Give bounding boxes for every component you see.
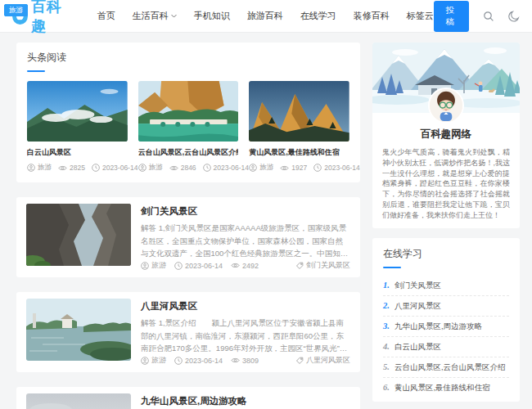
navbar-actions: 投 稿 xyxy=(434,1,520,32)
nav-item-travel[interactable]: 旅游百科 xyxy=(247,10,283,22)
card-image-huangshan xyxy=(249,81,349,142)
card-views: 1927 xyxy=(280,164,307,172)
card-tag-badge[interactable]: 旅游 xyxy=(4,4,28,16)
card-author[interactable]: 旅游 xyxy=(138,163,163,173)
article-meta: 旅游 2023-06-14 2492 剑门关风景区 xyxy=(141,260,350,271)
card-date: 2023-06-14 xyxy=(313,164,359,172)
eye-icon xyxy=(169,164,178,172)
nav-item-life[interactable]: 生活百科 xyxy=(133,10,177,22)
learning-list: 1. 剑门关风景区 2. 八里河风景区 3. 九华山风景区,周边游攻略 4. 白… xyxy=(383,276,509,398)
section-accent-bar xyxy=(27,70,45,72)
article-date: 2023-06-14 xyxy=(174,357,223,365)
user-icon xyxy=(141,262,149,270)
learning-item[interactable]: 6. 黄山风景区,最佳路线和住宿 xyxy=(383,378,509,398)
chevron-down-icon xyxy=(171,14,177,18)
headline-cards: 旅游 白云山风景区 旅游 2825 2023-06-1 xyxy=(27,81,349,173)
nav-item-decor[interactable]: 装修百科 xyxy=(354,10,390,22)
article-date: 2023-06-14 xyxy=(174,262,223,270)
clock-icon xyxy=(313,164,322,172)
user-icon xyxy=(141,357,149,365)
card-author[interactable]: 旅游 xyxy=(249,163,273,173)
dark-mode-moon-icon[interactable] xyxy=(508,11,520,22)
sidebar: 百科趣网络 鬼火少年气质高，骑着鬼火到处飘，精神小伙别太狂，低调炒作把名扬！,我… xyxy=(372,43,520,409)
clock-icon xyxy=(174,357,183,365)
article-views: 2492 xyxy=(231,262,259,270)
article-row-balihe[interactable]: 八里河风景区 解答 1,景区介绍 颍上八里河风景区位于安徽省颍上县南部的八里河镇… xyxy=(16,292,360,372)
learning-item[interactable]: 1. 剑门关风景区 xyxy=(383,276,509,296)
article-meta: 旅游 2023-06-14 3809 八里河风景区 xyxy=(141,355,350,366)
card-author[interactable]: 旅游 xyxy=(27,163,52,173)
learning-item[interactable]: 3. 九华山风景区,周边游攻略 xyxy=(383,317,509,337)
profile-bio: 鬼火少年气质高，骑着鬼火到处飘，精神小伙别太狂，低调炒作把名扬！,我这一生没什么… xyxy=(372,147,520,220)
headline-section-title: 头条阅读 xyxy=(27,51,349,65)
logo-text: 百科趣 xyxy=(31,0,73,36)
headline-section: 头条阅读 xyxy=(16,43,360,182)
eye-icon xyxy=(58,164,67,172)
article-excerpt: 解答 1,景区介绍 颍上八里河风景区位于安徽省颍上县南部的八里河镇，南临淮河，东… xyxy=(141,317,350,355)
card-date: 2023-06-14 xyxy=(92,164,138,172)
card-image-yuntaishan xyxy=(138,81,239,142)
profile-card: 百科趣网络 鬼火少年气质高，骑着鬼火到处飘，精神小伙别太狂，低调炒作把名扬！,我… xyxy=(372,43,520,228)
card-title[interactable]: 白云山风景区 xyxy=(27,147,128,158)
profile-avatar[interactable] xyxy=(428,88,464,124)
learning-item[interactable]: 5. 云台山风景区,云台山风景区介绍 xyxy=(383,357,509,378)
user-icon xyxy=(138,164,147,172)
learning-item[interactable]: 2. 八里河风景区 xyxy=(383,296,509,317)
learning-widget-title: 在线学习 xyxy=(383,247,509,261)
learning-item[interactable]: 4. 白云山风景区 xyxy=(383,337,509,357)
article-title[interactable]: 剑门关风景区 xyxy=(141,205,350,218)
eye-icon xyxy=(280,164,289,172)
learning-widget: 在线学习 1. 剑门关风景区 2. 八里河风景区 3. 九华山风景区,周边游攻略… xyxy=(372,238,520,402)
main-nav: 首页 生活百科 手机知识 旅游百科 在线学习 装修百科 标签云 xyxy=(97,10,434,22)
page-body: 头条阅读 xyxy=(0,33,532,409)
eye-icon xyxy=(231,357,240,364)
navbar: 百科趣 首页 生活百科 手机知识 旅游百科 在线学习 装修百科 标签云 投 稿 xyxy=(0,0,532,33)
main-column: 头条阅读 xyxy=(16,43,360,409)
section-accent-bar xyxy=(383,267,401,268)
clock-icon xyxy=(92,164,100,172)
article-body: 九华山风景区,周边游攻略 解答 1,九华山风景区位于中国安徽省，西北隔长江与天柱… xyxy=(141,393,350,409)
article-excerpt: 解答 1,剑门关风景区是国家AAAAA级旅游景区，国家级风景名胜区，全国重点文物… xyxy=(141,222,350,260)
article-title[interactable]: 八里河风景区 xyxy=(141,300,350,312)
clock-icon xyxy=(174,262,183,270)
nav-item-phone[interactable]: 手机知识 xyxy=(194,10,230,22)
card-views: 2846 xyxy=(169,164,196,172)
article-row-jiuhuashan[interactable]: 九华山风景区,周边游攻略 解答 1,九华山风景区位于中国安徽省，西北隔长江与天柱… xyxy=(16,387,360,409)
article-tag-link[interactable]: 八里河风景区 xyxy=(295,355,350,366)
article-image-balihe xyxy=(26,299,131,361)
tag-icon xyxy=(295,357,304,365)
card-meta: 旅游 2846 2023-06-14 xyxy=(138,163,239,173)
user-icon xyxy=(27,164,35,172)
article-body: 剑门关风景区 解答 1,剑门关风景区是国家AAAAA级旅游景区，国家级风景名胜区… xyxy=(141,204,350,271)
eye-icon xyxy=(231,262,240,269)
card-date: 2023-06-14 xyxy=(203,164,249,172)
card-meta: 旅游 1927 2023-06-14 xyxy=(249,163,349,173)
card-views: 2825 xyxy=(58,164,85,172)
nav-item-home[interactable]: 首页 xyxy=(97,10,115,22)
user-icon xyxy=(249,164,257,172)
article-author[interactable]: 旅游 xyxy=(141,355,166,366)
article-title[interactable]: 九华山风景区,周边游攻略 xyxy=(141,395,350,407)
headline-card-baiyunshan[interactable]: 旅游 白云山风景区 旅游 2825 2023-06-1 xyxy=(27,81,128,173)
search-icon[interactable] xyxy=(483,11,494,22)
headline-card-huangshan[interactable]: 旅游 黄山风景区,最佳路线和住宿 旅游 1927 20 xyxy=(249,81,349,173)
headline-card-yuntaishan[interactable]: 旅游 云台山风景区,云台山风景区介绍 旅游 2846 xyxy=(138,81,239,173)
article-image-jiuhuashan xyxy=(26,393,131,409)
article-views: 3809 xyxy=(231,357,259,365)
card-title[interactable]: 黄山风景区,最佳路线和住宿 xyxy=(249,147,349,158)
nav-item-tags[interactable]: 标签云 xyxy=(407,10,434,22)
article-image-jianmenguan xyxy=(26,204,131,266)
clock-icon xyxy=(203,164,211,172)
nav-item-learning[interactable]: 在线学习 xyxy=(300,10,336,22)
submit-post-button[interactable]: 投 稿 xyxy=(434,1,469,32)
tag-icon xyxy=(295,262,304,270)
card-meta: 旅游 2825 2023-06-14 xyxy=(27,163,128,173)
article-tag-link[interactable]: 剑门关风景区 xyxy=(295,260,350,271)
card-title[interactable]: 云台山风景区,云台山风景区介绍 xyxy=(138,147,239,158)
article-body: 八里河风景区 解答 1,景区介绍 颍上八里河风景区位于安徽省颍上县南部的八里河镇… xyxy=(141,299,350,366)
article-author[interactable]: 旅游 xyxy=(141,260,166,271)
article-row-jianmenguan[interactable]: 剑门关风景区 解答 1,剑门关风景区是国家AAAAA级旅游景区，国家级风景名胜区… xyxy=(16,197,360,277)
profile-name: 百科趣网络 xyxy=(372,128,520,142)
card-image-baiyunshan xyxy=(27,81,128,142)
